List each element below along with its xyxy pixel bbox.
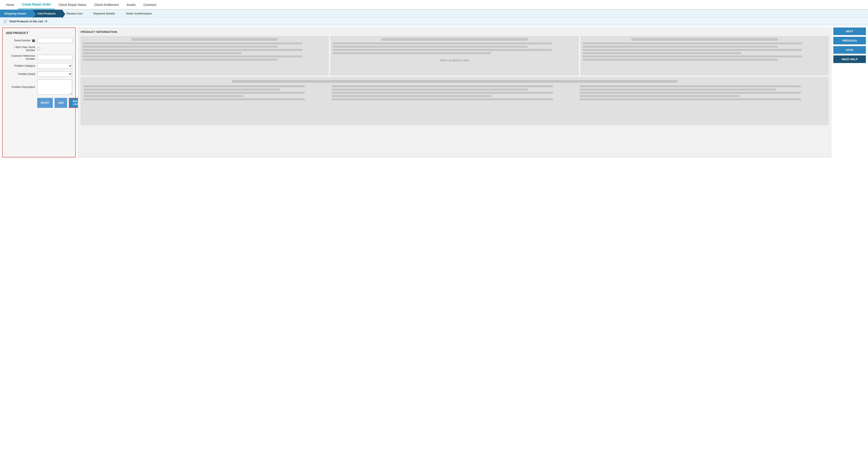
problem-detail-select[interactable]: [37, 71, 72, 77]
cart-icon: 🛒: [3, 19, 7, 23]
b1-line-2: [84, 89, 280, 91]
product-card-3: [581, 36, 828, 75]
serial-number-input[interactable]: [37, 38, 73, 43]
product-card-2: Add a product to view: [331, 36, 578, 75]
bottom-col-1: [84, 85, 330, 101]
card-3-line-3: [583, 49, 802, 51]
card-3-line-4: [583, 52, 741, 54]
card-3-line-1: [583, 42, 802, 44]
serial-number-info-icon[interactable]: i: [32, 39, 35, 42]
b2-line-5: [332, 98, 553, 100]
need-help-button[interactable]: NEED HELP: [833, 56, 866, 63]
b2-line-3: [332, 92, 553, 94]
card-3-header: [631, 38, 778, 41]
b1-line-1: [84, 85, 305, 87]
step-review-cart[interactable]: Review Cart: [62, 10, 89, 17]
no-serial-row: I don't have Serial Number: [6, 46, 72, 52]
nav-check-entitlement[interactable]: Check Entitlement: [90, 0, 123, 9]
card-1-header: [131, 38, 278, 41]
nav-assets[interactable]: Assets: [123, 0, 140, 9]
problem-desc-row: Problem Description: [6, 80, 72, 95]
product-info-panel: PRODUCT INFORMATION Add a product to v: [78, 28, 831, 157]
next-button[interactable]: NEXT: [833, 28, 866, 35]
card-2-line-2: [333, 46, 528, 48]
add-product-panel: ADD PRODUCT Serial Number i I don't have…: [2, 28, 76, 157]
b1-line-5: [84, 98, 305, 100]
no-serial-label: I don't have Serial Number: [6, 46, 37, 52]
problem-detail-row: Problem Detail: [6, 71, 72, 77]
b2-line-4: [332, 95, 492, 97]
card-2-header: [381, 38, 528, 41]
product-info-title: PRODUCT INFORMATION: [81, 30, 828, 34]
step-add-products[interactable]: Add Products: [33, 10, 62, 17]
card-2-line-4: [333, 52, 491, 54]
card-1-line-2: [83, 46, 278, 48]
card-3-line-6: [583, 59, 778, 61]
product-card-1: [81, 36, 329, 75]
step-shipping-details[interactable]: Shipping Details: [0, 10, 33, 17]
problem-category-row: Problem Category: [6, 63, 72, 69]
bottom-card-header: [232, 80, 677, 83]
steps-bar: Shipping Details Add Products Review Car…: [0, 10, 868, 18]
top-nav: Home Create Repair Order Check Repair St…: [0, 0, 868, 10]
nav-contracts[interactable]: Contracts: [140, 0, 160, 9]
save-button[interactable]: SAVE: [833, 46, 866, 54]
card-3-line-2: [583, 46, 778, 48]
step-payment-details[interactable]: Payment Details: [89, 10, 122, 17]
problem-category-label: Problem Category: [6, 64, 37, 67]
problem-detail-label: Problem Detail: [6, 72, 37, 75]
card-3-line-5: [583, 56, 802, 57]
customer-ref-input[interactable]: [37, 55, 73, 60]
add-button[interactable]: ADD: [55, 98, 67, 108]
bottom-product-card: [81, 77, 828, 125]
nav-check-repair-status[interactable]: Check Repair Status: [55, 0, 90, 9]
card-1-line-1: [83, 42, 302, 44]
problem-category-select[interactable]: [37, 63, 72, 69]
no-serial-checkbox[interactable]: [37, 48, 40, 50]
b3-line-3: [580, 92, 801, 94]
b1-line-4: [84, 95, 243, 97]
form-buttons: RESET ADD BULK LOAD: [6, 98, 72, 108]
cart-total-label: Total Products in the cart : 0: [9, 20, 47, 23]
add-product-title: ADD PRODUCT: [6, 31, 72, 35]
reset-button[interactable]: RESET: [37, 98, 53, 108]
serial-number-label: Serial Number i: [6, 39, 37, 42]
b3-line-1: [580, 85, 801, 87]
card-1-line-3: [83, 49, 302, 51]
b1-line-3: [84, 92, 305, 94]
problem-desc-textarea[interactable]: [37, 80, 72, 95]
b3-line-4: [580, 95, 739, 97]
b2-line-1: [332, 85, 553, 87]
nav-home[interactable]: Home: [2, 0, 18, 9]
customer-ref-row: Customer Reference Number: [6, 54, 72, 60]
bottom-col-2: [332, 85, 578, 101]
main-content: ADD PRODUCT Serial Number i I don't have…: [0, 25, 868, 160]
cart-bar: 🛒 Total Products in the cart : 0: [0, 18, 868, 25]
card-2-line-1: [333, 42, 552, 44]
b3-line-2: [580, 89, 776, 91]
nav-create-repair-order[interactable]: Create Repair Order: [18, 0, 55, 9]
card-1-line-4: [83, 52, 241, 54]
serial-number-row: Serial Number i: [6, 38, 72, 43]
b2-line-2: [332, 89, 528, 91]
bottom-card-inner: [84, 85, 826, 101]
product-cards-top-row: Add a product to view: [81, 36, 828, 75]
customer-ref-label: Customer Reference Number: [6, 54, 37, 60]
right-action-panel: NEXT PREVIOUS SAVE NEED HELP: [833, 28, 866, 157]
bottom-col-3: [580, 85, 826, 101]
add-product-message: Add a product to view: [333, 59, 576, 62]
card-2-line-3: [333, 49, 552, 51]
step-order-confirmation[interactable]: Order Confirmation: [122, 10, 158, 17]
card-1-line-6: [83, 59, 278, 61]
b3-line-5: [580, 98, 801, 100]
card-1-line-5: [83, 56, 302, 57]
problem-desc-label: Problem Description: [6, 86, 37, 89]
previous-button[interactable]: PREVIOUS: [833, 37, 866, 44]
